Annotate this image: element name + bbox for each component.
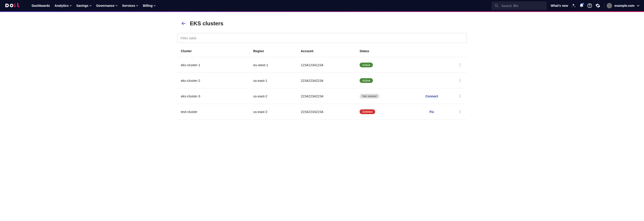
cell-cluster: eks-cluster-2 [177, 73, 250, 88]
more-vert-icon [458, 63, 462, 67]
account-domain: example.com [614, 4, 634, 7]
svg-point-9 [460, 79, 460, 80]
cell-menu [453, 88, 467, 104]
cell-status: Active [356, 73, 410, 88]
back-button[interactable] [181, 21, 186, 26]
nav-label: Savings [76, 4, 88, 7]
more-vert-icon [458, 110, 462, 114]
chevron-down-icon [70, 4, 72, 7]
main-nav: Dashboards Analytics Savings Governance … [30, 2, 158, 9]
nav-label: Governance [96, 4, 114, 7]
svg-point-2 [495, 4, 497, 6]
account-switcher[interactable]: example.com [607, 3, 640, 8]
help-button[interactable] [586, 1, 594, 10]
cell-action: Connect [410, 88, 453, 104]
global-search[interactable] [492, 1, 547, 10]
page-title: EKS clusters [190, 20, 223, 27]
row-menu-button[interactable] [457, 93, 463, 99]
cell-account: 223422342234 [297, 88, 356, 104]
page-content: EKS clusters Cluster Region Account Stat… [177, 11, 467, 120]
svg-point-10 [460, 80, 460, 81]
cell-status: Active [356, 57, 410, 73]
nav-label: Analytics [54, 4, 68, 7]
filter-input[interactable] [177, 33, 467, 43]
table-row: eks-cluster-2us-east-1223422342234Active [177, 73, 467, 88]
cell-action: Fix [410, 104, 453, 120]
cell-account: 223422342234 [297, 73, 356, 88]
nav-label: Dashboards [32, 4, 50, 7]
status-badge: Deleted [360, 109, 375, 114]
svg-point-6 [460, 63, 460, 64]
logo[interactable] [4, 3, 24, 8]
svg-point-0 [14, 3, 16, 5]
status-badge: Active [360, 63, 373, 67]
svg-point-11 [460, 81, 460, 82]
table-row: eks-cluster-3us-east-2223422342234Not st… [177, 88, 467, 104]
cell-action [410, 57, 453, 73]
nav-label: Services [122, 4, 135, 7]
settings-button[interactable] [594, 1, 602, 10]
column-header-region[interactable]: Region [250, 45, 297, 57]
status-badge: Active [360, 78, 373, 83]
help-icon [587, 3, 592, 8]
cell-cluster: test-cluster [177, 104, 250, 120]
chevron-down-icon [637, 4, 640, 7]
column-header-cluster[interactable]: Cluster [177, 45, 250, 57]
nav-governance[interactable]: Governance [94, 2, 120, 9]
whats-new-link[interactable]: What's new [551, 4, 568, 7]
svg-point-5 [590, 6, 590, 7]
cell-account: 223422342234 [297, 104, 356, 120]
row-menu-button[interactable] [457, 62, 463, 68]
sparkle-button[interactable] [569, 1, 578, 10]
page-header: EKS clusters [177, 20, 467, 33]
nav-label: Billing [143, 4, 152, 7]
cell-cluster: eks-cluster-1 [177, 57, 250, 73]
connect-link[interactable]: Connect [426, 94, 438, 98]
chevron-down-icon [154, 4, 156, 7]
chevron-down-icon [90, 4, 92, 7]
cell-menu [453, 73, 467, 88]
sparkle-icon [571, 3, 576, 8]
cell-region: eu-west-1 [250, 57, 297, 73]
status-badge: Not started [360, 94, 380, 99]
nav-services[interactable]: Services [120, 2, 140, 9]
svg-point-13 [460, 96, 460, 96]
gear-icon [595, 3, 600, 8]
cell-region: us-east-1 [250, 73, 297, 88]
top-navigation: Dashboards Analytics Savings Governance … [0, 0, 644, 11]
row-menu-button[interactable] [457, 108, 463, 115]
column-header-account[interactable]: Account [297, 45, 356, 57]
divider [604, 2, 604, 9]
search-input[interactable] [501, 4, 544, 8]
row-menu-button[interactable] [457, 77, 463, 84]
svg-point-8 [460, 66, 460, 66]
cell-menu [453, 57, 467, 73]
more-vert-icon [458, 78, 462, 82]
cell-region: us-east-2 [250, 88, 297, 104]
column-header-status[interactable]: Status [356, 45, 410, 57]
nav-billing[interactable]: Billing [141, 2, 158, 9]
fix-link[interactable]: Fix [430, 110, 434, 114]
svg-point-12 [460, 94, 460, 95]
table-row: test-clusterus-east-2223422342234Deleted… [177, 104, 467, 120]
nav-analytics[interactable]: Analytics [53, 2, 74, 9]
svg-rect-1 [14, 5, 16, 7]
more-vert-icon [458, 94, 462, 98]
cell-menu [453, 104, 467, 120]
nav-savings[interactable]: Savings [74, 2, 94, 9]
cell-cluster: eks-cluster-3 [177, 88, 250, 104]
cell-status: Not started [356, 88, 410, 104]
notifications-button[interactable] [578, 1, 586, 10]
avatar [607, 3, 612, 8]
svg-point-16 [460, 111, 460, 112]
filter-wrapper [177, 33, 467, 45]
svg-point-17 [460, 113, 460, 113]
cell-status: Deleted [356, 104, 410, 120]
cell-account: 123412341234 [297, 57, 356, 73]
nav-dashboards[interactable]: Dashboards [30, 2, 52, 9]
svg-point-14 [460, 97, 460, 98]
chevron-down-icon [116, 4, 118, 7]
svg-point-15 [460, 110, 460, 111]
chevron-down-icon [136, 4, 138, 7]
table-row: eks-cluster-1eu-west-1123412341234Active [177, 57, 467, 73]
